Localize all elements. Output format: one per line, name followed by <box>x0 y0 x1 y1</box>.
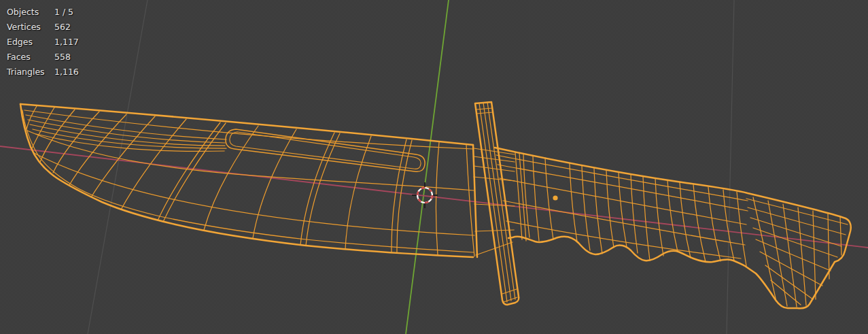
stat-value: 1,116 <box>54 65 79 80</box>
stat-row-faces: Faces 558 <box>7 50 79 65</box>
stat-row-vertices: Vertices 562 <box>7 20 79 35</box>
stat-row-edges: Edges 1,117 <box>7 35 79 50</box>
stat-label: Objects <box>7 5 54 20</box>
viewport-background <box>0 0 868 334</box>
scene-statistics-overlay: Objects 1 / 5 Vertices 562 Edges 1,117 F… <box>7 5 79 80</box>
viewport-canvas[interactable] <box>0 0 868 334</box>
stat-value: 562 <box>54 20 71 35</box>
stat-value: 1 / 5 <box>54 5 73 20</box>
stat-value: 558 <box>54 50 71 65</box>
stat-label: Triangles <box>7 65 54 80</box>
stat-row-objects: Objects 1 / 5 <box>7 5 79 20</box>
stat-label: Faces <box>7 50 54 65</box>
stat-label: Edges <box>7 35 54 50</box>
stat-row-triangles: Triangles 1,116 <box>7 65 79 80</box>
stat-label: Vertices <box>7 20 54 35</box>
stat-value: 1,117 <box>54 35 79 50</box>
blender-3d-viewport[interactable]: Objects 1 / 5 Vertices 562 Edges 1,117 F… <box>0 0 868 334</box>
object-origin-point <box>553 195 557 200</box>
